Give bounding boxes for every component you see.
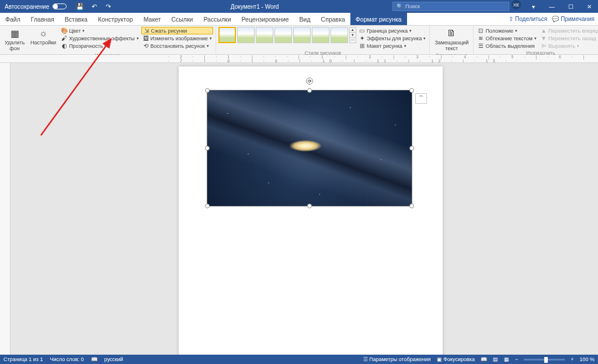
picture-styles-gallery[interactable]: ▴▾⋯ (218, 27, 356, 43)
style-thumb-7[interactable] (331, 27, 348, 43)
style-thumb-5[interactable] (293, 27, 311, 43)
view-web-icon[interactable]: ▦ (504, 356, 509, 362)
tab-mailings[interactable]: Рассылки (198, 13, 236, 25)
style-thumb-4[interactable] (274, 27, 292, 43)
undo-icon[interactable]: ↶ (90, 2, 98, 10)
zoom-level[interactable]: 100 % (579, 356, 594, 362)
autosave-label: Автосохранение (5, 4, 49, 10)
remove-bg-button[interactable]: ▦ Удалить фон (2, 27, 27, 52)
toggle-switch[interactable] (53, 4, 67, 9)
tab-layout[interactable]: Макет (138, 13, 166, 25)
position-icon: ⊡ (477, 27, 484, 34)
menubar: Файл Главная Вставка Конструктор Макет С… (0, 13, 598, 26)
language-indicator[interactable]: русский (105, 356, 123, 362)
wrap-icon: ≋ (477, 35, 484, 42)
alt-text-icon: 🗎 (446, 27, 457, 39)
gallery-more-button[interactable]: ▴▾⋯ (349, 27, 356, 43)
group-styles: ▴▾⋯ ▭Граница рисунка▾ ✦Эффекты для рисун… (216, 26, 430, 54)
resize-handle-tr[interactable] (409, 88, 414, 93)
color-button[interactable]: 🎨Цвет▾ (60, 27, 140, 34)
wrap-text-button[interactable]: ≋Обтекание текстом▾ (476, 34, 538, 42)
redo-icon[interactable]: ↷ (104, 2, 112, 10)
layout-icon: ⊞ (359, 43, 366, 50)
style-thumb-2[interactable] (237, 27, 255, 43)
resize-handle-ml[interactable] (205, 146, 210, 150)
alt-text-button[interactable]: 🗎 Замещающий текст (432, 27, 471, 52)
view-print-icon[interactable]: ▤ (493, 356, 498, 362)
focus-mode[interactable]: ▣ Фокусировка (437, 356, 475, 362)
zoom-in-button[interactable]: + (571, 356, 573, 362)
align-button[interactable]: ⊫Выровнять▾ (539, 42, 598, 50)
tab-insert[interactable]: Вставка (60, 13, 93, 25)
position-button[interactable]: ⊡Положение▾ (476, 27, 538, 34)
rotate-handle[interactable]: ⟳ (306, 78, 313, 85)
tab-design[interactable]: Конструктор (93, 13, 138, 25)
alt-text-label: Замещающий текст (434, 40, 468, 51)
picture-border-button[interactable]: ▭Граница рисунка▾ (357, 27, 427, 34)
style-thumb-3[interactable] (256, 27, 273, 43)
save-icon[interactable]: 💾 (76, 2, 84, 10)
resize-handle-tl[interactable] (205, 88, 210, 93)
tab-picture-format[interactable]: Формат рисунка (350, 13, 407, 25)
selection-icon: ☰ (477, 43, 484, 50)
style-thumb-6[interactable] (312, 27, 329, 43)
page-indicator[interactable]: Страница 1 из 1 (4, 356, 43, 362)
zoom-out-button[interactable]: − (515, 356, 518, 362)
maximize-icon[interactable]: ☐ (562, 0, 579, 13)
tab-view[interactable]: Вид (294, 13, 316, 25)
align-icon: ⊫ (540, 43, 547, 50)
display-params[interactable]: ☰ Параметры отображения (363, 356, 431, 362)
transparency-icon: ◐ (61, 43, 68, 50)
change-image-button[interactable]: 🖼Изменить изображение▾ (141, 34, 213, 42)
tab-review[interactable]: Рецензирование (237, 13, 294, 25)
reset-picture-button[interactable]: ⟲Восстановить рисунок▾ (141, 42, 213, 50)
document-page[interactable]: ⟳ ⌒ (179, 66, 443, 355)
group-arrange: ⊡Положение▾ ≋Обтекание текстом▾ ☰Область… (474, 26, 598, 54)
spell-check-icon[interactable]: 📖 (91, 356, 98, 362)
brightness-icon: ☼ (37, 27, 49, 39)
tab-file[interactable]: Файл (0, 13, 26, 25)
word-count[interactable]: Число слов: 0 (50, 356, 84, 362)
comments-button[interactable]: 💬Примечания (552, 16, 594, 22)
send-backward-button[interactable]: ▼Переместить назад▾ (539, 34, 598, 42)
selected-image[interactable]: ⟳ ⌒ (207, 90, 412, 206)
autosave-toggle[interactable]: Автосохранение (0, 4, 71, 10)
transparency-button[interactable]: ◐Прозрачность▾ (60, 42, 140, 50)
resize-handle-mr[interactable] (409, 146, 414, 150)
layout-options-button[interactable]: ⌒ (415, 93, 427, 104)
horizontal-ruler: · 2 · | · 1 · | · · · | · 1 · | · 2 · | … (0, 55, 598, 63)
ribbon-options-icon[interactable]: ▾ (524, 0, 542, 13)
tab-references[interactable]: Ссылки (166, 13, 198, 25)
backward-icon: ▼ (540, 35, 547, 42)
resize-handle-tm[interactable] (307, 88, 312, 93)
reset-icon: ⟲ (142, 43, 150, 50)
minimize-icon[interactable]: — (543, 0, 561, 13)
zoom-slider[interactable] (524, 359, 565, 360)
window-controls: XE ▾ — ☐ ✕ (509, 0, 598, 13)
statusbar: Страница 1 из 1 Число слов: 0 📖 русский … (0, 355, 598, 364)
comment-icon: 💬 (552, 16, 559, 22)
artistic-button[interactable]: 🖌Художественные эффекты▾ (60, 34, 140, 42)
user-avatar[interactable]: XE (512, 0, 521, 9)
change-image-icon: 🖼 (142, 35, 150, 42)
bring-forward-button[interactable]: ▲Переместить вперед▾ (539, 27, 598, 34)
selection-pane-button[interactable]: ☰Область выделения (476, 42, 538, 50)
share-button[interactable]: ⇪Поделиться (509, 16, 547, 22)
resize-handle-br[interactable] (409, 204, 414, 208)
canvas-area[interactable]: ⟳ ⌒ (11, 63, 598, 355)
resize-handle-bl[interactable] (205, 204, 210, 208)
view-read-icon[interactable]: 📖 (481, 356, 487, 362)
vertical-ruler (0, 63, 11, 355)
tab-home[interactable]: Главная (26, 13, 60, 25)
adjustments-button[interactable]: ☼ Настройки (28, 27, 58, 46)
artistic-icon: 🖌 (61, 35, 68, 42)
search-input[interactable]: 🔍 Поиск (392, 2, 509, 11)
close-icon[interactable]: ✕ (580, 0, 598, 13)
resize-handle-bm[interactable] (307, 204, 312, 208)
compress-pictures-button[interactable]: ⇲Сжать рисунки (141, 27, 213, 34)
tab-help[interactable]: Справка (316, 13, 350, 25)
galaxy-image (207, 90, 412, 206)
picture-layout-button[interactable]: ⊞Макет рисунка▾ (357, 42, 427, 50)
style-thumb-1[interactable] (218, 27, 236, 43)
picture-effects-button[interactable]: ✦Эффекты для рисунка▾ (357, 34, 427, 42)
